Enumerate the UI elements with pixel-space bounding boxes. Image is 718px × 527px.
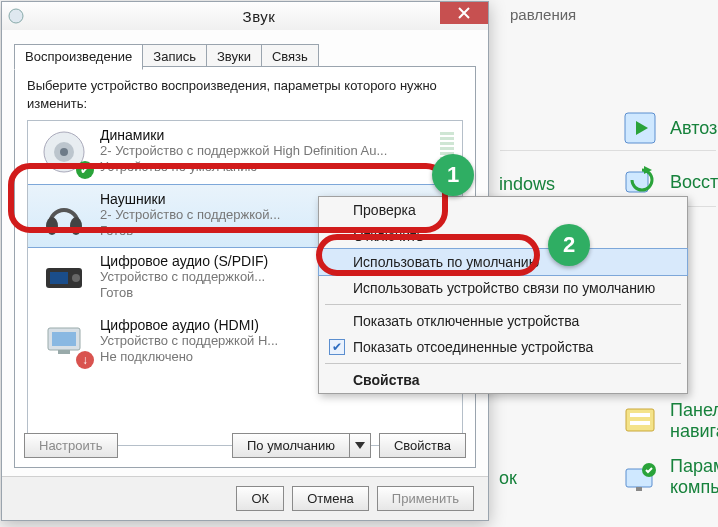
svg-rect-20: [52, 332, 76, 346]
dialog-buttons: ОК Отмена Применить: [2, 476, 488, 520]
ok-button[interactable]: ОК: [236, 486, 284, 511]
close-icon: [458, 7, 470, 19]
svg-rect-8: [636, 487, 642, 491]
menu-properties[interactable]: Свойства: [319, 367, 687, 393]
properties-button[interactable]: Свойства: [379, 433, 466, 458]
svg-rect-6: [630, 421, 650, 425]
close-button[interactable]: [440, 2, 488, 24]
device-speakers[interactable]: ✔ Динамики 2- Устройство с поддержкой Hi…: [28, 121, 462, 185]
svg-point-15: [70, 217, 82, 235]
set-default-button[interactable]: По умолчанию: [232, 433, 349, 458]
apply-button[interactable]: Применить: [377, 486, 474, 511]
menu-disable[interactable]: Отключить: [319, 223, 687, 249]
set-default-dropdown[interactable]: По умолчанию: [232, 433, 371, 458]
titlebar[interactable]: Звук: [2, 2, 488, 30]
svg-rect-5: [630, 413, 650, 417]
menu-set-default-comm[interactable]: Использовать устройство связи по умолчан…: [319, 275, 687, 301]
svg-rect-4: [626, 409, 654, 431]
digital-audio-icon: [36, 253, 92, 303]
context-menu: Проверка Отключить Использовать по умолч…: [318, 196, 688, 394]
hdmi-icon: ↓: [36, 317, 92, 367]
autorun-icon: [620, 108, 660, 148]
default-badge-icon: ✔: [76, 161, 94, 179]
menu-separator: [325, 363, 681, 364]
device-actions: Настроить По умолчанию Свойства: [24, 433, 466, 458]
speakers-icon: ✔: [36, 127, 92, 177]
annotation-badge-1: 1: [432, 154, 474, 196]
bg-item-panel[interactable]: Панел навига: [620, 400, 718, 442]
check-icon: ✔: [329, 339, 345, 355]
bg-item-autorun[interactable]: Автоза: [620, 108, 718, 148]
bg-windows-fragment: indows: [499, 174, 555, 195]
svg-point-10: [9, 9, 23, 23]
params-icon: [620, 457, 660, 497]
system-icon: [2, 8, 30, 24]
menu-set-default[interactable]: Использовать по умолчанию: [318, 248, 688, 276]
svg-marker-22: [355, 442, 365, 449]
menu-test[interactable]: Проверка: [319, 197, 687, 223]
svg-point-14: [46, 217, 58, 235]
svg-point-18: [72, 274, 80, 282]
bg-ok-fragment: ок: [499, 468, 517, 489]
device-name: Динамики: [100, 127, 454, 143]
menu-show-disabled[interactable]: Показать отключенные устройства: [319, 308, 687, 334]
bg-item-params[interactable]: Парам компь: [620, 456, 718, 498]
headphones-icon: [36, 191, 92, 241]
svg-rect-17: [50, 272, 68, 284]
dialog-title: Звук: [30, 8, 488, 25]
menu-separator: [325, 304, 681, 305]
svg-point-13: [60, 148, 68, 156]
tab-playback[interactable]: Воспроизведение: [14, 44, 143, 70]
instruction-text: Выберите устройство воспроизведения, пар…: [27, 77, 463, 112]
set-default-caret[interactable]: [349, 433, 371, 458]
disconnected-badge-icon: ↓: [76, 351, 94, 369]
chevron-down-icon: [355, 442, 365, 450]
configure-button[interactable]: Настроить: [24, 433, 118, 458]
annotation-badge-2: 2: [548, 224, 590, 266]
device-desc: 2- Устройство с поддержкой High Definiti…: [100, 143, 454, 159]
panel-icon: [620, 401, 660, 441]
bg-header-fragment: равления: [510, 6, 576, 23]
cancel-button[interactable]: Отмена: [292, 486, 369, 511]
svg-rect-21: [58, 350, 70, 354]
menu-show-disconnected[interactable]: ✔ Показать отсоединенные устройства: [319, 334, 687, 360]
device-status: Устройство по умолчанию: [100, 159, 454, 175]
